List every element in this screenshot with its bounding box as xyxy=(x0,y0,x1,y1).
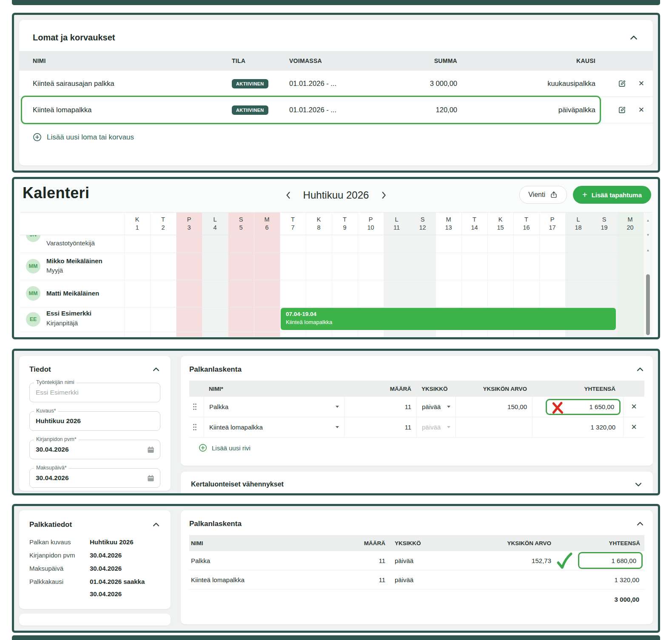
row-type-select[interactable]: Kiinteä lomapalkka xyxy=(204,417,344,437)
col-header-summa: SUMMA xyxy=(366,57,457,64)
row-summa: 120,00 xyxy=(366,106,457,114)
day-header-4: L4 xyxy=(202,213,228,235)
info-value: 30.04.2026 xyxy=(90,564,122,573)
row-yhteensa: 1 320,00 xyxy=(553,576,644,583)
info-label: Maksupäivä xyxy=(29,564,90,573)
field-label: Työntekijän nimi xyxy=(34,379,77,385)
scroll-up-icon[interactable]: ▲ xyxy=(644,219,652,222)
accounting-date-field[interactable]: Kirjanpidon pvm* 30.04.2026 xyxy=(29,440,160,459)
add-row-link[interactable]: Lisää uusi rivi xyxy=(189,438,644,458)
row-yhteensa-value: 1 320,00 xyxy=(591,424,615,431)
green-check-icon xyxy=(553,551,575,573)
row-kausi: päiväpalkka xyxy=(457,106,595,114)
event-date-range: 07.04-19.04 xyxy=(286,311,611,317)
table-row: Kiinteä sairausajan palkka AKTIIVINEN 01… xyxy=(19,71,653,97)
description-field[interactable]: Kuvaus* Huhtikuu 2026 xyxy=(29,411,160,431)
red-x-mark-icon xyxy=(550,401,565,416)
row-nimi: Kiinteä lomapalkka xyxy=(189,576,336,583)
row-yksikko-value: päivää xyxy=(422,424,441,431)
collapse-chevron-up-icon[interactable] xyxy=(152,365,160,374)
info-label: Palkan kuvaus xyxy=(29,538,90,546)
lomat-table-header: NIMI TILA VOIMASSA SUMMA KAUSI xyxy=(19,51,653,71)
panel-lomat-ja-korvaukset: Lomat ja korvaukset NIMI TILA VOIMASSA S… xyxy=(12,13,660,173)
total-value: 3 000,00 xyxy=(615,596,639,603)
chevron-down-icon xyxy=(336,406,339,408)
add-loma-link[interactable]: Lisää uusi loma tai korvaus xyxy=(19,123,653,151)
day-header-7: T7 xyxy=(280,213,306,235)
collapse-chevron-up-icon[interactable] xyxy=(636,520,644,528)
drag-handle-icon[interactable] xyxy=(189,417,204,437)
scroll-down-icon[interactable]: ▼ xyxy=(644,233,652,237)
edit-icon[interactable] xyxy=(618,105,626,114)
row-yksikko: päivää xyxy=(387,576,438,583)
vertical-scrollbar[interactable]: ▲ ▼ ▲ xyxy=(643,213,652,337)
info-row: Palkan kuvaus Huhtikuu 2026 xyxy=(29,538,160,546)
row-yksikko: päivää xyxy=(387,557,438,564)
col-header-nimi: NIMI* xyxy=(204,386,344,392)
table-row-highlighted: Kiinteä lomapalkka AKTIIVINEN 01.01.2026… xyxy=(19,97,653,123)
add-loma-label: Lisää uusi loma tai korvaus xyxy=(47,133,134,142)
collapse-chevron-up-icon[interactable] xyxy=(636,365,644,374)
payment-date-field[interactable]: Maksupäivä* 30.04.2026 xyxy=(29,468,160,488)
row-yhteensa-value: 1 650,00 xyxy=(589,403,614,410)
delete-icon[interactable]: ✕ xyxy=(631,424,637,431)
expand-chevron-down-icon[interactable] xyxy=(634,480,643,489)
day-header-13: M13 xyxy=(436,213,461,235)
scroll-up-icon[interactable]: ▲ xyxy=(644,248,652,252)
calendar-icon[interactable] xyxy=(147,446,155,455)
month-label: Huhtikuu 2026 xyxy=(303,189,369,201)
info-label: Kirjanpidon pvm xyxy=(29,551,90,560)
add-event-button[interactable]: + Lisää tapahtuma xyxy=(573,186,651,204)
day-header-19: S19 xyxy=(591,213,617,235)
prev-month-icon[interactable] xyxy=(285,191,292,200)
day-header-6: M6 xyxy=(254,213,280,235)
chevron-down-icon xyxy=(447,406,450,408)
tiedot-title: Tiedot xyxy=(29,365,51,374)
info-row: Palkkakausi 01.04.2026 saakka 30.04.2026 xyxy=(29,577,160,598)
row-yhteensa-value: 1 320,00 xyxy=(615,576,639,583)
avatar: JN xyxy=(26,235,40,242)
scrollbar-thumb[interactable] xyxy=(646,274,650,335)
pl-edit-table-header: NIMI* MÄÄRÄ YKSIKKÖ YKSIKÖN ARVO YHTEENS… xyxy=(189,381,644,397)
annotated-total-box: 1 680,00 xyxy=(578,552,643,569)
info-label: Palkkakausi xyxy=(29,577,90,598)
avatar-initials: JN xyxy=(30,235,37,238)
field-label: Kirjanpidon pvm* xyxy=(34,436,79,442)
avatar: MM xyxy=(26,286,40,301)
row-yhteensa-cell: 1 680,00 xyxy=(553,552,644,569)
tiedot-card: Tiedot Työntekijän nimi Essi Esimerkki K… xyxy=(19,356,171,491)
day-header-3: P3 xyxy=(176,213,202,235)
row-type-select[interactable]: Palkka xyxy=(204,397,344,417)
row-summa: 3 000,00 xyxy=(366,80,457,88)
row-type-value: Palkka xyxy=(209,403,228,410)
row-maara-input[interactable]: 11 xyxy=(344,397,416,417)
row-maara-input[interactable]: 11 xyxy=(344,417,416,437)
employee-row-partial xyxy=(20,332,643,337)
collapse-chevron-up-icon[interactable] xyxy=(629,33,638,43)
row-yksikko-select[interactable]: päivää xyxy=(416,397,456,417)
next-month-icon[interactable] xyxy=(380,191,387,200)
event-label: Kiinteä lomapalkka xyxy=(286,319,611,325)
col-header-voimassa: VOIMASSA xyxy=(289,57,366,64)
col-header-tila: TILA xyxy=(232,57,289,64)
delete-icon[interactable]: ✕ xyxy=(638,106,644,114)
calendar-event-kiintea-lomapalkka[interactable]: 07.04-19.04 Kiinteä lomapalkka xyxy=(281,308,616,330)
collapse-chevron-up-icon[interactable] xyxy=(152,521,160,529)
col-header-yksikko: YKSIKKÖ xyxy=(416,386,456,392)
edit-icon[interactable] xyxy=(618,79,626,88)
employee-name: Matti Meikäläinen xyxy=(46,290,99,297)
delete-icon[interactable]: ✕ xyxy=(631,403,637,410)
day-header-18: L18 xyxy=(565,213,591,235)
info-value: 30.04.2026 xyxy=(90,551,122,560)
col-header-yksikon-arvo: YKSIKÖN ARVO xyxy=(456,386,532,392)
lomat-card: Lomat ja korvaukset NIMI TILA VOIMASSA S… xyxy=(19,20,653,165)
row-arvo-input[interactable] xyxy=(456,417,532,437)
deductions-card[interactable]: Kertaluonteiset vähennykset xyxy=(181,472,653,495)
avatar: EE xyxy=(26,312,40,327)
export-button[interactable]: Vienti xyxy=(519,186,567,204)
day-header-11: L11 xyxy=(384,213,410,235)
drag-handle-icon[interactable] xyxy=(189,397,204,417)
delete-icon[interactable]: ✕ xyxy=(638,80,644,87)
calendar-icon[interactable] xyxy=(147,474,155,484)
row-arvo-input[interactable]: 150,00 xyxy=(456,397,532,417)
